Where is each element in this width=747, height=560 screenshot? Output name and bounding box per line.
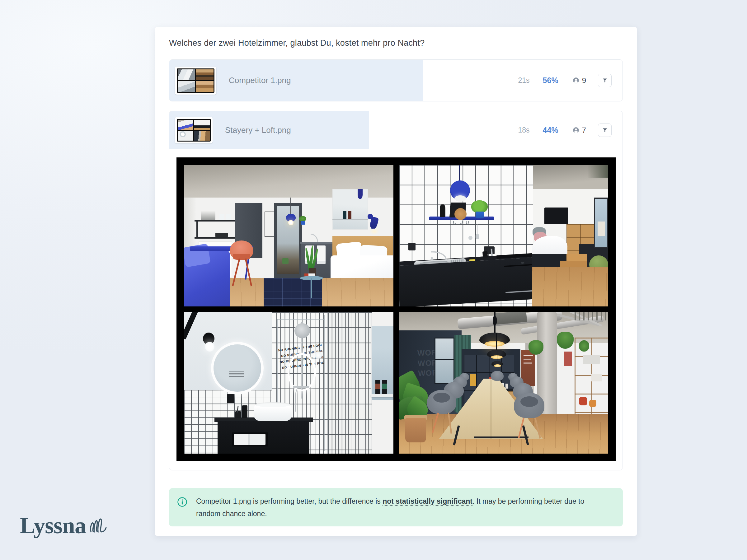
filter-button[interactable] <box>598 74 612 87</box>
thumbnail-photo <box>196 81 213 92</box>
photo-hotel-room <box>184 165 393 306</box>
question-result-card: Welches der zwei Hotelzimmer, glaubst Du… <box>155 27 637 536</box>
result-image-grid: NO RUNNING IN THE POOL AREA, NO RUNNING … <box>177 157 616 461</box>
option-thumbnail <box>175 66 216 95</box>
thumbnail-photo <box>178 131 193 141</box>
filter-button[interactable] <box>598 124 612 137</box>
thumbnail-photo <box>178 120 193 130</box>
lyssna-wordmark: Lyssna <box>20 514 86 537</box>
significance-banner: Competitor 1.png is performing better, b… <box>169 488 623 526</box>
option-filename: Stayery + Loft.png <box>225 125 291 135</box>
thumbnail-photo <box>196 70 213 80</box>
lyssna-logo: Lyssna <box>20 514 109 537</box>
vote-count: 9 <box>582 76 586 85</box>
option-thumbnail <box>175 117 212 143</box>
funnel-icon <box>602 78 608 83</box>
thumbnail-photo <box>194 131 210 141</box>
avg-time: 18s <box>518 126 530 134</box>
funnel-icon <box>602 128 608 133</box>
thumbnail-photo-grid <box>177 119 211 141</box>
info-icon <box>177 497 187 507</box>
person-icon <box>573 127 579 133</box>
vote-percent: 44% <box>543 126 558 135</box>
option-row-competitor[interactable]: Competitor 1.png 21s 56% 9 <box>169 59 623 101</box>
expanded-option-block: Stayery + Loft.png 18s 44% 7 <box>169 111 623 471</box>
significance-emphasis: not statistically significant <box>383 497 472 505</box>
thumbnail-photo <box>178 81 195 92</box>
option-row-stayery[interactable]: Stayery + Loft.png 18s 44% 7 <box>169 111 622 149</box>
thumbnail-photo <box>194 120 210 130</box>
person-icon <box>573 77 579 84</box>
option-filename: Competitor 1.png <box>229 76 291 85</box>
expanded-image-panel: NO RUNNING IN THE POOL AREA, NO RUNNING … <box>169 149 622 471</box>
question-title: Welches der zwei Hotelzimmer, glaubst Du… <box>169 38 424 48</box>
photo-dining-loft: WORK, WORK, WORK. <box>399 312 609 454</box>
avg-time: 21s <box>518 76 530 85</box>
thumbnail-photo-grid <box>177 69 214 93</box>
photo-kitchen <box>399 165 609 306</box>
thumbnail-photo <box>178 70 195 80</box>
vote-count: 7 <box>582 126 586 135</box>
vote-percent: 56% <box>543 76 558 85</box>
significance-message: Competitor 1.png is performing better, b… <box>196 495 604 520</box>
banner-filename: Competitor 1.png <box>196 497 251 505</box>
loop-squiggle-icon <box>88 516 109 535</box>
photo-bathroom: NO RUNNING IN THE POOL AREA, NO RUNNING … <box>184 312 393 454</box>
